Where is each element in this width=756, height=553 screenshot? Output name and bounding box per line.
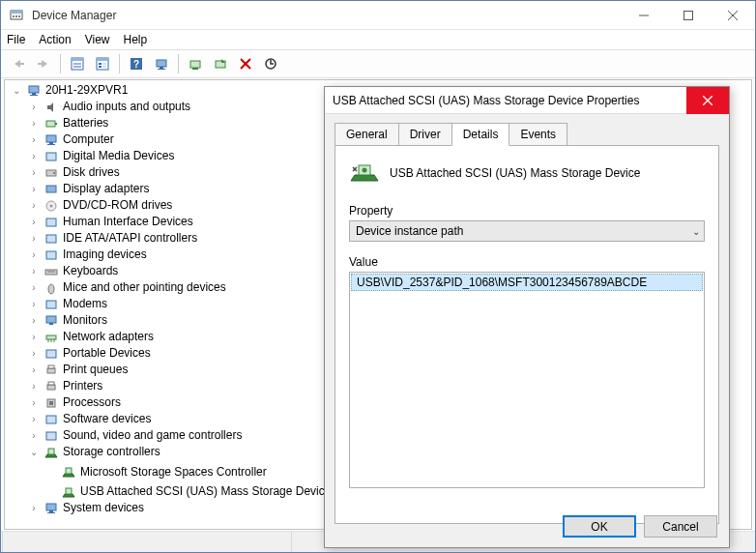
tree-category[interactable]: ›DVD/CD-ROM drives [28, 197, 172, 214]
tree-category[interactable]: ›Digital Media Devices [28, 148, 174, 164]
tree-device[interactable]: Microsoft Storage Spaces Controller [45, 464, 267, 480]
tree-device[interactable]: USB Attached SCSI (UAS) Mass Storage Dev… [45, 483, 331, 500]
tree-category[interactable]: ›Computer [28, 131, 114, 148]
expand-icon[interactable]: › [28, 99, 40, 115]
collapse-icon[interactable]: ⌄ [11, 82, 22, 99]
tree-category[interactable]: ›Processors [28, 394, 121, 411]
help-button[interactable]: ? [125, 52, 148, 75]
expand-icon[interactable]: › [28, 131, 40, 148]
scan-hardware-button[interactable] [259, 52, 282, 75]
value-item[interactable]: USB\VID_2537&PID_1068\MSFT300123456789AB… [351, 274, 703, 291]
svg-point-42 [53, 172, 55, 174]
svg-rect-23 [157, 60, 166, 67]
expand-icon[interactable]: › [28, 164, 40, 181]
show-hide-tree-button[interactable] [66, 52, 89, 75]
expand-icon[interactable]: › [28, 181, 40, 197]
tree-category[interactable]: ›System devices [28, 500, 144, 516]
menu-view[interactable]: View [85, 33, 110, 46]
tab-general[interactable]: General [334, 123, 399, 146]
tree-category[interactable]: ›Network adapters [28, 329, 154, 345]
window-titlebar: Device Manager [1, 1, 755, 30]
close-button[interactable] [711, 1, 755, 30]
tab-events[interactable]: Events [509, 123, 567, 146]
category-icon [44, 132, 59, 148]
svg-rect-69 [48, 449, 54, 454]
expand-icon[interactable]: › [28, 115, 40, 131]
svg-rect-38 [49, 142, 53, 144]
tree-category[interactable]: ›Portable Devices [28, 345, 151, 362]
back-button[interactable] [7, 52, 30, 75]
expand-icon[interactable]: › [28, 230, 40, 247]
svg-point-51 [48, 284, 54, 294]
category-icon [44, 297, 59, 312]
expand-icon[interactable]: › [28, 394, 40, 411]
tree-category[interactable]: ⌄Storage controllers [28, 444, 160, 460]
tree-category-label: Monitors [63, 312, 107, 329]
tab-details[interactable]: Details [451, 123, 510, 146]
tree-category[interactable]: ›Modems [28, 296, 107, 312]
menu-file[interactable]: File [7, 33, 25, 46]
menu-help[interactable]: Help [124, 33, 148, 46]
value-listbox[interactable]: USB\VID_2537&PID_1068\MSFT300123456789AB… [349, 272, 705, 488]
expand-icon[interactable]: › [28, 427, 40, 444]
tree-category[interactable]: ›Human Interface Devices [28, 214, 193, 230]
expand-icon[interactable]: › [28, 279, 40, 296]
expand-icon[interactable]: › [28, 296, 40, 312]
svg-rect-33 [32, 93, 36, 95]
properties-button[interactable] [91, 52, 114, 75]
tree-category[interactable]: ›Display adapters [28, 181, 149, 197]
storage-controller-icon [61, 484, 76, 500]
tree-category[interactable]: ›Batteries [28, 115, 108, 131]
svg-rect-24 [160, 67, 163, 69]
uninstall-device-button[interactable] [234, 52, 257, 75]
cancel-button[interactable]: Cancel [644, 515, 717, 538]
tree-category[interactable]: ›Imaging devices [28, 247, 147, 263]
expand-icon[interactable]: › [28, 378, 40, 394]
expand-icon[interactable]: ⌄ [28, 444, 40, 460]
expand-icon[interactable]: › [28, 329, 40, 345]
forward-button[interactable] [32, 52, 55, 75]
menu-action[interactable]: Action [39, 33, 71, 46]
expand-icon[interactable]: › [28, 214, 40, 230]
svg-rect-34 [30, 95, 38, 96]
tree-category[interactable]: ›Sound, video and game controllers [28, 427, 242, 444]
tree-category[interactable]: ›Software devices [28, 411, 151, 427]
dialog-close-button[interactable] [686, 87, 729, 114]
expand-icon[interactable]: › [28, 411, 40, 427]
tree-device-label: Microsoft Storage Spaces Controller [80, 464, 267, 480]
properties-dialog: USB Attached SCSI (UAS) Mass Storage Dev… [324, 86, 730, 548]
tree-category[interactable]: ›Disk drives [28, 164, 120, 181]
tree-category[interactable]: ›IDE ATA/ATAPI controllers [28, 230, 197, 247]
expand-icon[interactable]: › [28, 500, 40, 516]
tree-category[interactable]: ›Keyboards [28, 263, 118, 279]
update-driver-button[interactable] [184, 52, 207, 75]
tree-category[interactable]: ›Printers [28, 378, 102, 394]
hardware-button[interactable] [150, 52, 173, 75]
maximize-button[interactable] [666, 1, 711, 30]
property-combo[interactable]: Device instance path ⌄ [349, 220, 705, 242]
ok-button[interactable]: OK [563, 515, 636, 538]
tree-category[interactable]: ›Mice and other pointing devices [28, 279, 226, 296]
expand-icon[interactable]: › [28, 362, 40, 378]
minimize-button[interactable] [622, 1, 666, 30]
tree-category[interactable]: ›Print queues [28, 362, 128, 378]
property-combo-value: Device instance path [356, 224, 463, 238]
expand-icon[interactable]: › [28, 247, 40, 263]
category-icon [44, 247, 59, 263]
tab-driver[interactable]: Driver [398, 123, 452, 146]
enable-device-button[interactable] [209, 52, 232, 75]
expand-icon[interactable]: › [28, 345, 40, 362]
tree-root-node[interactable]: ⌄20H1-29XPVR1 [11, 82, 128, 99]
expand-icon[interactable]: › [28, 148, 40, 164]
category-icon [44, 346, 59, 362]
expand-icon[interactable]: › [28, 312, 40, 329]
category-icon [44, 330, 59, 345]
tree-category-label: Processors [63, 394, 121, 411]
category-icon [44, 149, 59, 164]
expand-icon[interactable]: › [28, 263, 40, 279]
expand-icon[interactable]: › [28, 197, 40, 214]
tree-category[interactable]: ›Monitors [28, 312, 107, 329]
storage-controller-icon [61, 464, 76, 480]
tree-category[interactable]: ›Audio inputs and outputs [28, 99, 190, 115]
toolbar-separator [178, 54, 179, 73]
